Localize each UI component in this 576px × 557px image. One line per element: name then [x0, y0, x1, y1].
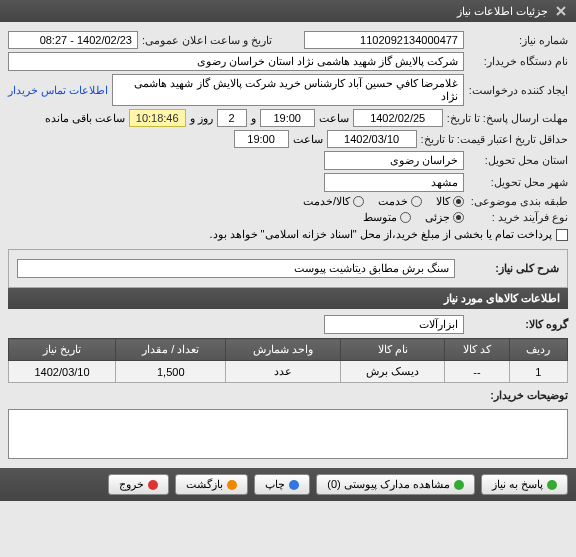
- col-date: تاریخ نیاز: [9, 339, 116, 361]
- back-button[interactable]: بازگشت: [175, 474, 248, 495]
- notes-field: [8, 409, 568, 459]
- deadline-label: مهلت ارسال پاسخ: تا تاریخ:: [447, 112, 568, 125]
- buyer-field: شرکت پالایش گاز شهید هاشمی نژاد استان خر…: [8, 52, 464, 71]
- proc-label: نوع فرآیند خرید :: [468, 211, 568, 224]
- col-qty: تعداد / مقدار: [116, 339, 226, 361]
- group-label: گروه کالا:: [468, 318, 568, 331]
- items-table: ردیف کد کالا نام کالا واحد شمارش تعداد /…: [8, 338, 568, 383]
- requester-field: غلامرضا کافي حسين آباد کارشناس خريد شرکت…: [112, 74, 464, 106]
- deadline-date-field: 1402/02/25: [353, 109, 443, 127]
- exit-icon: [148, 480, 158, 490]
- city-field: مشهد: [324, 173, 464, 192]
- close-icon[interactable]: [554, 4, 568, 18]
- radio-both-label: کالا/خدمت: [303, 195, 350, 208]
- cell-date: 1402/03/10: [9, 361, 116, 383]
- province-label: استان محل تحویل:: [468, 154, 568, 167]
- attachments-label: مشاهده مدارک پیوستی (0): [327, 478, 450, 491]
- description-section: شرح کلی نیاز: سنگ برش مطابق دیتاشیت پیوس…: [8, 249, 568, 288]
- countdown-badge: 10:18:46: [129, 109, 186, 127]
- requester-label: ایجاد کننده درخواست:: [468, 84, 568, 97]
- col-code: کد کالا: [445, 339, 510, 361]
- deadline-time-field: 19:00: [260, 109, 315, 127]
- and-label: و: [251, 112, 256, 125]
- hour-label-2: ساعت: [293, 133, 323, 146]
- pub-date-field: 1402/02/23 - 08:27: [8, 31, 138, 49]
- attach-icon: [454, 480, 464, 490]
- radio-partial[interactable]: جزئی: [425, 211, 464, 224]
- req-no-field: 1102092134000477: [304, 31, 464, 49]
- radio-service-label: خدمت: [378, 195, 408, 208]
- check-icon: [547, 480, 557, 490]
- cell-qty: 1,500: [116, 361, 226, 383]
- respond-button[interactable]: پاسخ به نیاز: [481, 474, 568, 495]
- col-idx: ردیف: [509, 339, 567, 361]
- radio-goods[interactable]: کالا: [436, 195, 464, 208]
- radio-service[interactable]: خدمت: [378, 195, 422, 208]
- days-field: 2: [217, 109, 247, 127]
- pub-date-label: تاریخ و ساعت اعلان عمومی:: [142, 34, 272, 47]
- print-label: چاپ: [265, 478, 285, 491]
- payment-checkbox[interactable]: پرداخت تمام یا بخشی از مبلغ خرید،از محل …: [209, 228, 568, 241]
- contact-link[interactable]: اطلاعات تماس خریدار: [8, 84, 108, 97]
- radio-medium-label: متوسط: [363, 211, 397, 224]
- items-header: اطلاعات کالاهای مورد نیاز: [8, 288, 568, 309]
- radio-partial-label: جزئی: [425, 211, 450, 224]
- province-field: خراسان رضوی: [324, 151, 464, 170]
- radio-goods-label: کالا: [436, 195, 450, 208]
- print-icon: [289, 480, 299, 490]
- exit-label: خروج: [119, 478, 144, 491]
- desc-label: شرح کلی نیاز:: [459, 262, 559, 275]
- back-icon: [227, 480, 237, 490]
- radio-both[interactable]: کالا/خدمت: [303, 195, 364, 208]
- footer-toolbar: پاسخ به نیاز مشاهده مدارک پیوستی (0) چاپ…: [0, 468, 576, 501]
- group-field: ابزارآلات: [324, 315, 464, 334]
- exit-button[interactable]: خروج: [108, 474, 169, 495]
- credit-time-field: 19:00: [234, 130, 289, 148]
- cell-code: --: [445, 361, 510, 383]
- cell-unit: عدد: [226, 361, 341, 383]
- radio-medium[interactable]: متوسط: [363, 211, 411, 224]
- payment-note: پرداخت تمام یا بخشی از مبلغ خرید،از محل …: [209, 228, 552, 241]
- col-name: نام کالا: [341, 339, 445, 361]
- subject-label: طبقه بندی موضوعی:: [468, 195, 568, 208]
- cell-name: دیسک برش: [341, 361, 445, 383]
- notes-label: توضیحات خریدار:: [468, 389, 568, 402]
- attachments-button[interactable]: مشاهده مدارک پیوستی (0): [316, 474, 475, 495]
- hour-label-1: ساعت: [319, 112, 349, 125]
- buyer-label: نام دستگاه خریدار:: [468, 55, 568, 68]
- days-label: روز و: [190, 112, 213, 125]
- back-label: بازگشت: [186, 478, 223, 491]
- window-title: جزئیات اطلاعات نیاز: [457, 5, 548, 18]
- remain-label: ساعت باقی مانده: [45, 112, 125, 125]
- print-button[interactable]: چاپ: [254, 474, 310, 495]
- cell-idx: 1: [509, 361, 567, 383]
- table-row[interactable]: 1 -- دیسک برش عدد 1,500 1402/03/10: [9, 361, 568, 383]
- req-no-label: شماره نیاز:: [468, 34, 568, 47]
- window-header: جزئیات اطلاعات نیاز: [0, 0, 576, 22]
- credit-date-field: 1402/03/10: [327, 130, 417, 148]
- city-label: شهر محل تحویل:: [468, 176, 568, 189]
- desc-field: سنگ برش مطابق دیتاشیت پیوست: [17, 259, 455, 278]
- credit-label: حداقل تاریخ اعتبار قیمت: تا تاریخ:: [421, 133, 568, 146]
- col-unit: واحد شمارش: [226, 339, 341, 361]
- respond-label: پاسخ به نیاز: [492, 478, 543, 491]
